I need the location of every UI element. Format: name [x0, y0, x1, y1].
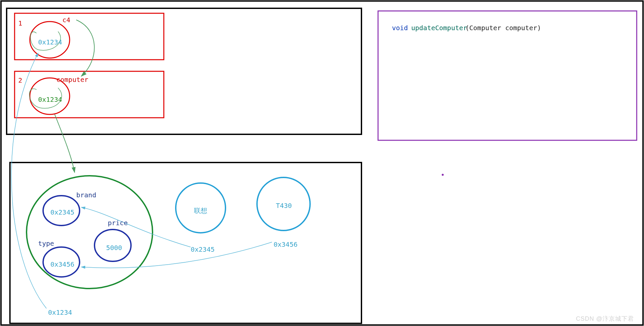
addr-c4: 0x1234	[38, 38, 62, 46]
code-function-name: updateComputer	[411, 24, 467, 32]
label-brand: brand	[76, 191, 96, 199]
label-t430: T430	[276, 202, 292, 210]
code-arguments: (Computer computer)	[465, 24, 541, 32]
code-keyword-void: void	[392, 24, 408, 32]
diagram-svg	[0, 0, 644, 326]
arrow-c4-to-computer	[76, 20, 95, 76]
addr-computer: 0x1234	[38, 96, 62, 103]
diagram-canvas: 1 c4 0x1234 2 computer 0x1234 brand 0x23…	[0, 0, 644, 326]
lenovo-addr: 0x2345	[191, 245, 215, 253]
label-c4: c4	[62, 16, 70, 24]
arrow-obj-to-c4	[11, 53, 46, 308]
outer-border	[1, 1, 643, 325]
watermark: CSDN @汴京城下君	[576, 315, 634, 323]
stray-dot	[442, 174, 444, 176]
frame2-number: 2	[18, 76, 22, 84]
frame1-number: 1	[18, 19, 22, 27]
t430-addr: 0x3456	[274, 240, 297, 248]
stack-box	[7, 8, 361, 134]
label-price: price	[108, 219, 128, 227]
brand-addr: 0x2345	[50, 208, 74, 216]
heap-box	[10, 163, 361, 323]
frame-2	[15, 71, 164, 118]
type-addr: 0x3456	[50, 260, 74, 268]
label-computer: computer	[56, 76, 88, 84]
arrow-brand-link	[81, 207, 191, 247]
object-addr: 0x1234	[48, 308, 72, 316]
arrow-computer-to-object	[55, 114, 75, 172]
price-value: 5000	[106, 244, 122, 252]
frame-1	[15, 13, 164, 60]
label-lenovo: 联想	[194, 206, 207, 215]
label-type: type	[38, 239, 54, 247]
